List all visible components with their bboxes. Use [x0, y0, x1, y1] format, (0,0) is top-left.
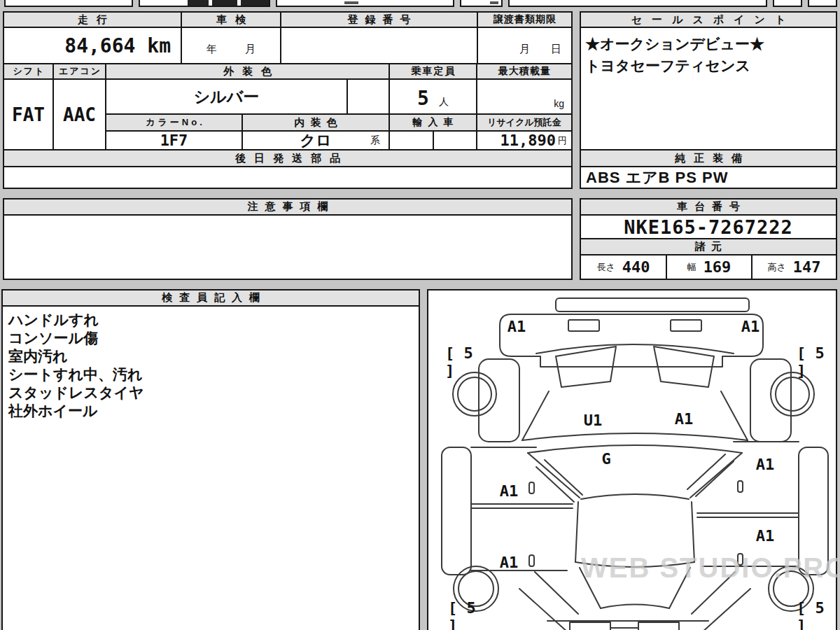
- exterior-color-header: 外装色: [105, 63, 390, 80]
- cutoff-row-cell: [276, 0, 454, 7]
- notes-header: 注意事項欄: [3, 198, 573, 216]
- mileage-header: 走行: [3, 11, 182, 28]
- transfer-docs-header: 譲渡書類期限: [477, 11, 573, 28]
- shift-value: FAT: [3, 78, 54, 150]
- cutoff-text-remnant: [188, 0, 209, 6]
- sales-point-line: トヨタセーフティセンス: [585, 55, 832, 76]
- sales-point-header: セールスポイント: [580, 11, 837, 28]
- import-cell-a: [388, 130, 434, 150]
- recycle-deposit-header: リサイクル預託金: [476, 113, 573, 132]
- cutoff-row-cell: [4, 0, 133, 7]
- chassis-number-value: NKE165-7267222: [580, 214, 837, 239]
- registration-value: [280, 27, 478, 64]
- inspector-note-line: ハンドルすれ: [3, 311, 419, 329]
- interior-color-value: クロ 系: [241, 130, 390, 150]
- watermark-text: WEB STUDIO.PRO: [581, 552, 840, 584]
- inspection-month-label: 月: [245, 43, 255, 56]
- damage-label-door-left-rear: A1: [493, 552, 525, 573]
- spec-width: 幅 169: [666, 254, 752, 280]
- aircon-header: エアコン: [52, 63, 106, 80]
- specs-header: 諸元: [580, 238, 837, 255]
- exterior-color-value: シルバー: [105, 78, 348, 115]
- spec-width-label: 幅: [687, 261, 696, 274]
- recycle-deposit-value: 11,890 円: [476, 130, 573, 150]
- damage-label-door-left-front: A1: [493, 480, 525, 501]
- sales-point-body: ★オークションデビュー★ トヨタセーフティセンス: [580, 27, 837, 150]
- inspection-year-label: 年: [206, 43, 217, 56]
- spec-width-value: 169: [704, 258, 732, 276]
- import-header: 輸入車: [388, 113, 477, 132]
- sales-point-panel: セールスポイント ★オークションデビュー★ トヨタセーフティセンス 純正装備 A…: [580, 11, 837, 189]
- damage-label-door-right-front: A1: [749, 454, 781, 475]
- capacity-number: 5: [417, 89, 429, 108]
- cutoff-row-cell: [508, 0, 767, 7]
- cutoff-text-remnant: [212, 0, 237, 6]
- spec-length-label: 長さ: [596, 261, 615, 274]
- damage-label-front-right: A1: [734, 316, 767, 337]
- aircon-value: AAC: [52, 78, 106, 150]
- equipment-header: 純正装備: [580, 149, 837, 167]
- max-load-value: kg: [476, 78, 573, 115]
- mileage-value: 84,664 km: [3, 27, 182, 64]
- spec-length: 長さ 440: [580, 254, 667, 280]
- cutoff-text-remnant: [490, 1, 498, 4]
- damage-label-hood-right: A1: [668, 408, 700, 429]
- spec-height-value: 147: [793, 258, 821, 276]
- spec-height-label: 高さ: [767, 261, 785, 274]
- cutoff-text-remnant: [344, 1, 358, 4]
- color-no-value: 1F7: [105, 130, 243, 150]
- capacity-value: 5 人: [388, 78, 477, 115]
- capacity-header: 乗車定員: [388, 63, 477, 80]
- notes-body: [3, 214, 573, 280]
- damage-label-front-left: A1: [500, 316, 533, 337]
- tire-grade-rear-left: [ 5 ]: [448, 607, 487, 626]
- inspector-note-line: シートすれ中、汚れ: [3, 365, 419, 384]
- sales-point-line: ★オークションデビュー★: [585, 33, 832, 55]
- transfer-month-label: 月: [519, 43, 530, 56]
- damage-label-cowl: G: [594, 447, 619, 470]
- notes-block: 注意事項欄: [3, 198, 573, 280]
- damage-diagram: WEB STUDIO.PRO A1 A1 [ 5 ] [ 5 ] U1 A1 G…: [427, 289, 837, 630]
- tire-grade-front-left: [ 5 ]: [445, 352, 484, 372]
- spec-height: 高さ 147: [751, 254, 837, 280]
- inspector-note-line: コンソール傷: [3, 329, 419, 347]
- cutoff-row-cell: [808, 0, 837, 7]
- damage-label-door-right-rear: A1: [749, 525, 781, 546]
- tire-grade-front-right: [ 5 ]: [797, 352, 836, 372]
- later-parts-body: [3, 166, 573, 189]
- registration-header: 登録番号: [280, 11, 478, 28]
- cutoff-text-remnant: [241, 0, 269, 6]
- recycle-amount: 11,890: [500, 132, 556, 149]
- exterior-color-extra-cell: [346, 78, 390, 115]
- spec-length-value: 440: [622, 258, 650, 276]
- import-cell-b: [433, 130, 477, 150]
- interior-color-suffix: 系: [370, 134, 380, 147]
- recycle-unit: 円: [558, 134, 567, 147]
- inspector-notes-block: 検査員記入欄 ハンドルすれ コンソール傷 室内汚れ シートすれ中、汚れ スタッド…: [1, 289, 420, 630]
- color-no-header: カラーNo.: [105, 113, 243, 132]
- interior-color-header: 内装色: [241, 113, 390, 132]
- inspector-note-line: スタッドレスタイヤ: [3, 384, 419, 402]
- damage-label-hood-left: U1: [577, 410, 609, 430]
- cutoff-row-cell: [773, 0, 802, 7]
- chassis-specs-block: 車台番号 NKE165-7267222 諸元 長さ 440 幅 169 高さ 1…: [580, 198, 837, 280]
- inspector-notes-body: ハンドルすれ コンソール傷 室内汚れ シートすれ中、汚れ スタッドレスタイヤ 社…: [1, 305, 420, 630]
- later-parts-header: 後日発送部品: [3, 149, 573, 167]
- chassis-number-header: 車台番号: [580, 198, 837, 216]
- inspector-notes-header: 検査員記入欄: [1, 289, 420, 307]
- interior-color-text: クロ: [300, 130, 331, 151]
- transfer-day-label: 日: [551, 43, 561, 56]
- max-load-header: 最大積載量: [476, 63, 573, 80]
- transfer-date-value: 月 日: [477, 27, 573, 64]
- inspector-note-line: 室内汚れ: [3, 347, 419, 365]
- capacity-unit: 人: [439, 96, 449, 108]
- inspection-value: 年 月: [181, 27, 281, 64]
- vehicle-info-table: 走行 車検 登録番号 譲渡書類期限 84,664 km 年 月 月 日 シフト …: [3, 11, 573, 189]
- inspector-note-line: 社外ホイール: [3, 402, 419, 420]
- tire-grade-rear-right: [ 5 ]: [797, 607, 836, 626]
- shift-header: シフト: [3, 63, 54, 80]
- inspection-header: 車検: [181, 11, 281, 28]
- equipment-value: ABS エアB PS PW: [580, 166, 837, 189]
- auction-sheet: 走行 車検 登録番号 譲渡書類期限 84,664 km 年 月 月 日 シフト …: [0, 0, 840, 630]
